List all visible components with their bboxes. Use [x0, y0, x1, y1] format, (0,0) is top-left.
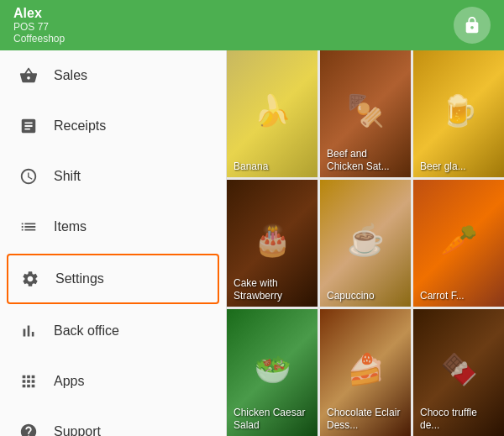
food-item-label: Carrot F... — [420, 290, 465, 302]
food-item-banana[interactable]: 🍌Banana — [227, 50, 318, 177]
food-item-label: Banana — [234, 160, 268, 172]
food-item-chocolate-eclair[interactable]: 🍰Chocolate Eclair Dess... — [320, 309, 411, 436]
main-content: Sales Receipts Shift — [0, 50, 504, 436]
receipt-icon — [17, 114, 40, 138]
lock-icon — [463, 16, 481, 34]
apps-icon — [17, 370, 40, 393]
help-icon — [17, 420, 40, 436]
lock-button[interactable] — [454, 7, 491, 44]
back-office-label: Back office — [54, 323, 119, 339]
apps-label: Apps — [54, 374, 84, 389]
gear-icon — [18, 267, 42, 291]
food-item-label: Beer gla... — [420, 160, 466, 172]
user-name: Alex — [13, 6, 65, 21]
food-item-cappuccino[interactable]: ☕Capuccino — [320, 180, 411, 307]
food-item-label: Cake with Strawberry — [234, 277, 311, 302]
sidebar-item-back-office[interactable]: Back office — [0, 306, 226, 356]
food-item-cake[interactable]: 🎂Cake with Strawberry — [227, 180, 318, 307]
support-label: Support — [54, 424, 101, 436]
user-info: Alex POS 77 Coffeeshop — [13, 6, 65, 45]
food-item-label: Choco truffle de... — [420, 407, 497, 431]
shop-name: Coffeeshop — [13, 33, 65, 45]
settings-label: Settings — [55, 271, 104, 286]
sidebar-item-shift[interactable]: Shift — [0, 151, 226, 202]
sales-label: Sales — [54, 68, 87, 83]
food-item-beef-chicken[interactable]: 🍢Beef and Chicken Sat... — [320, 50, 411, 177]
food-item-label: Chicken Caesar Salad — [234, 407, 311, 431]
sidebar-item-apps[interactable]: Apps — [0, 356, 226, 407]
basket-icon — [17, 64, 40, 87]
items-label: Items — [54, 219, 87, 234]
food-item-chicken-caesar[interactable]: 🥗Chicken Caesar Salad — [227, 309, 318, 436]
app-header: Alex POS 77 Coffeeshop — [0, 0, 504, 50]
list-icon — [17, 215, 40, 239]
food-item-carrot[interactable]: 🥕Carrot F... — [413, 180, 504, 307]
sidebar-item-items[interactable]: Items — [0, 202, 226, 252]
sidebar: Sales Receipts Shift — [0, 50, 227, 436]
food-item-beer[interactable]: 🍺Beer gla... — [413, 50, 504, 177]
sidebar-item-receipts[interactable]: Receipts — [0, 101, 226, 151]
pos-id: POS 77 — [13, 21, 65, 33]
food-item-label: Chocolate Eclair Dess... — [327, 407, 404, 431]
food-item-label: Beef and Chicken Sat... — [327, 148, 404, 172]
shift-label: Shift — [54, 169, 81, 184]
food-grid: 🍌Banana🍢Beef and Chicken Sat...🍺Beer gla… — [227, 50, 504, 436]
sidebar-item-settings[interactable]: Settings — [7, 254, 219, 304]
food-item-label: Capuccino — [327, 290, 375, 302]
chart-icon — [17, 319, 40, 343]
sidebar-item-support[interactable]: Support — [0, 407, 226, 436]
sidebar-item-sales[interactable]: Sales — [0, 50, 226, 101]
receipts-label: Receipts — [54, 118, 106, 134]
food-item-choco-truffle[interactable]: 🍫Choco truffle de... — [413, 309, 504, 436]
clock-icon — [17, 165, 40, 188]
